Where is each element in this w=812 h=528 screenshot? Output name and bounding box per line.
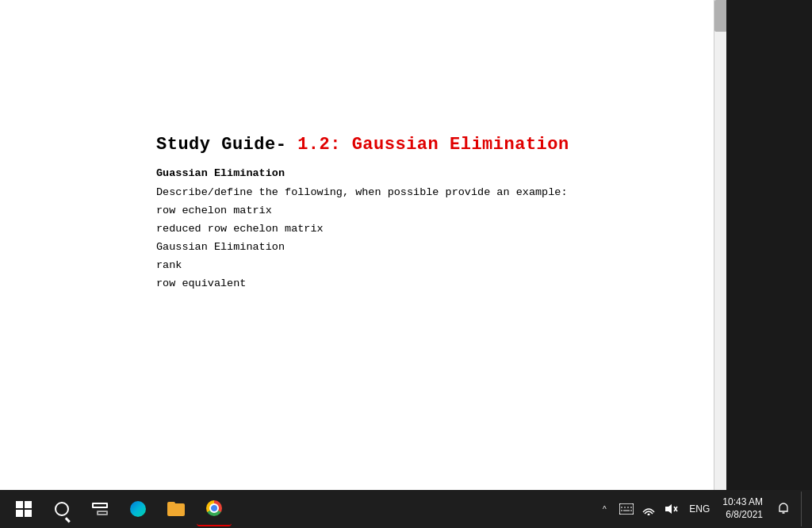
scrollbar-track[interactable]: [714, 0, 726, 490]
chrome-button[interactable]: [197, 492, 232, 526]
volume-icon: [664, 503, 678, 515]
svg-point-8: [648, 514, 650, 516]
keyboard-icon: [619, 503, 634, 515]
item-4: rank: [156, 257, 726, 275]
search-icon: [55, 502, 69, 516]
notifications-icon: [777, 503, 790, 515]
title-black-part: Study Guide-: [156, 135, 286, 155]
taskview-icon: [92, 503, 108, 515]
svg-marker-9: [665, 504, 672, 514]
volume-button[interactable]: [662, 492, 680, 526]
language-label: ENG: [688, 503, 711, 515]
language-button[interactable]: ENG: [684, 492, 714, 526]
scrollbar-thumb[interactable]: [714, 0, 727, 32]
describe-line: Describe/define the following, when poss…: [156, 184, 726, 202]
chevron-up-icon: ^: [603, 505, 607, 514]
item-2: reduced row echelon matrix: [156, 220, 726, 239]
explorer-button[interactable]: [159, 492, 193, 526]
taskview-button[interactable]: [82, 492, 117, 526]
clock-date: 6/8/2021: [726, 509, 763, 522]
item-1: row echelon matrix: [156, 202, 726, 220]
section-body: Describe/define the following, when poss…: [156, 184, 726, 293]
hidden-icons-button[interactable]: ^: [596, 492, 613, 526]
search-button[interactable]: [44, 492, 79, 526]
document-area: Study Guide- 1.2: Gaussian Elimination G…: [0, 0, 726, 490]
taskbar: ^: [0, 490, 812, 528]
edge-icon: [130, 501, 146, 517]
show-desktop-button[interactable]: [801, 492, 806, 526]
document-content: Study Guide- 1.2: Gaussian Elimination G…: [0, 0, 726, 293]
chrome-icon: [206, 500, 222, 516]
taskbar-left: [6, 492, 232, 526]
title-red-part: 1.2: Gaussian Elimination: [297, 135, 569, 155]
section-heading: Guassian Elimination: [156, 167, 726, 179]
windows-icon: [16, 501, 32, 517]
notifications-button[interactable]: [771, 492, 796, 526]
item-3: Gaussian Elimination: [156, 239, 726, 257]
clock-area[interactable]: 10:43 AM 6/8/2021: [719, 492, 766, 526]
taskbar-right: ^: [596, 492, 806, 526]
touch-keyboard-button[interactable]: [618, 492, 635, 526]
explorer-icon: [167, 502, 185, 516]
win-quad-1: [16, 501, 23, 508]
network-button[interactable]: [640, 492, 657, 526]
win-quad-3: [16, 510, 23, 517]
folder-body: [167, 503, 185, 516]
item-5: row equivalent: [156, 275, 726, 293]
clock-time: 10:43 AM: [722, 496, 763, 509]
right-sidebar: [726, 0, 812, 490]
network-icon: [642, 503, 655, 515]
svg-rect-0: [619, 503, 634, 515]
taskview-bar2: [97, 511, 108, 515]
document-title: Study Guide- 1.2: Gaussian Elimination: [156, 135, 726, 155]
win-quad-4: [25, 510, 32, 517]
win-quad-2: [25, 501, 32, 508]
edge-button[interactable]: [121, 492, 155, 526]
start-button[interactable]: [6, 492, 41, 526]
taskview-bar1: [92, 503, 108, 508]
